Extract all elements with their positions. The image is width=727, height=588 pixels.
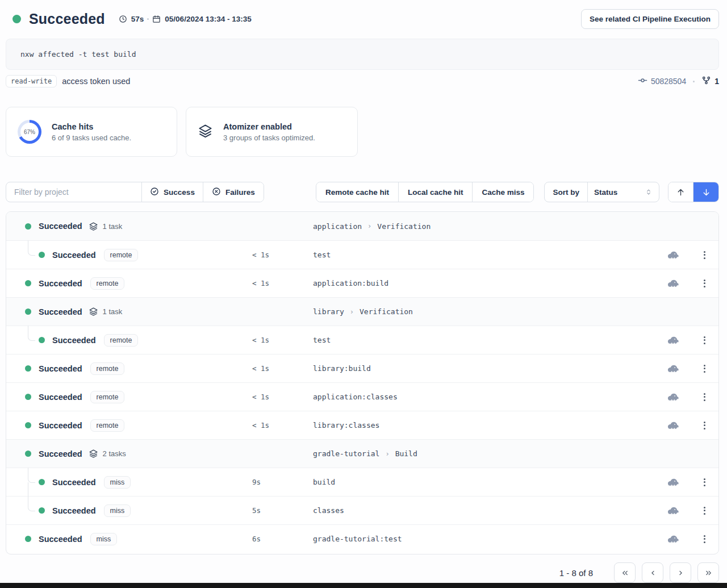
gradle-elephant-icon[interactable] — [667, 506, 679, 515]
date-range-text: 05/06/2024 13:34 - 13:35 — [165, 15, 251, 23]
x-circle-icon — [212, 187, 221, 198]
tree-line — [28, 482, 28, 497]
success-filter-label: Success — [164, 188, 195, 197]
arrow-up-icon — [676, 187, 686, 197]
previous-page-button[interactable] — [642, 562, 663, 583]
table-row[interactable]: Succeeded remote < 1s application:build — [6, 269, 718, 297]
table-row[interactable]: Succeeded miss 9s build — [6, 468, 718, 496]
table-row[interactable]: Succeeded miss 6s gradle-tutorial:test — [6, 524, 718, 553]
task-list: Succeeded 1 task application › Verificat… — [6, 211, 719, 554]
row-actions — [667, 326, 712, 354]
table-row[interactable]: Succeeded remote < 1s test — [6, 326, 718, 354]
command-text: nxw affected -t test build — [20, 50, 136, 59]
row-status-label: Succeeded — [52, 478, 96, 487]
kebab-menu-icon[interactable] — [701, 532, 708, 546]
kebab-menu-icon[interactable] — [701, 504, 708, 518]
remote-cache-hit-button[interactable]: Remote cache hit — [316, 182, 398, 202]
cache-hits-card[interactable]: 67% Cache hits 6 of 9 tasks used cache. — [6, 107, 177, 157]
failures-filter-button[interactable]: Failures — [203, 182, 264, 202]
task-name: application:build — [313, 279, 388, 287]
atomizer-card-subtitle: 3 groups of tasks optimized. — [223, 134, 315, 142]
sort-descending-button[interactable] — [693, 182, 718, 202]
chevron-right-icon: › — [350, 308, 354, 316]
local-cache-hit-button[interactable]: Local cache hit — [398, 182, 473, 202]
kebab-menu-icon[interactable] — [701, 248, 708, 262]
table-row[interactable]: Succeeded remote < 1s library:build — [6, 354, 718, 382]
check-circle-icon — [150, 187, 159, 198]
table-row[interactable]: Succeeded 2 tasks gradle-tutorial › Buil… — [6, 439, 718, 468]
success-filter-button[interactable]: Success — [141, 182, 203, 202]
status-dot — [25, 451, 31, 457]
next-page-button[interactable] — [670, 562, 691, 583]
tree-connector — [28, 326, 35, 341]
first-page-button[interactable] — [614, 562, 636, 583]
row-status-label: Succeeded — [39, 364, 82, 373]
vcs-meta: 50828504 1 — [638, 76, 719, 87]
status-dot — [25, 394, 31, 400]
table-row[interactable]: Succeeded miss 5s classes — [6, 496, 718, 524]
cache-percent: 67% — [20, 123, 39, 141]
task-duration: < 1s — [252, 393, 269, 401]
gradle-elephant-icon[interactable] — [667, 393, 679, 402]
gradle-elephant-icon[interactable] — [667, 421, 679, 430]
commit-sha[interactable]: 50828504 — [651, 77, 686, 86]
table-row[interactable]: Succeeded remote < 1s library:classes — [6, 411, 718, 439]
cache-miss-button[interactable]: Cache miss — [472, 182, 533, 202]
tree-connector — [28, 496, 35, 511]
filter-bar: Success Failures Remote cache hit Local … — [6, 182, 719, 202]
atomizer-card[interactable]: Atomizer enabled 3 groups of tasks optim… — [186, 107, 358, 157]
kebab-menu-icon[interactable] — [701, 333, 708, 347]
row-actions — [667, 525, 712, 553]
task-name: build — [313, 478, 335, 486]
gradle-elephant-icon[interactable] — [667, 478, 679, 487]
kebab-menu-icon[interactable] — [701, 476, 708, 489]
table-row[interactable]: Succeeded 1 task library › Verification — [6, 297, 718, 326]
gradle-elephant-icon[interactable] — [667, 336, 679, 345]
gradle-elephant-icon[interactable] — [667, 251, 679, 260]
atomizer-card-title: Atomizer enabled — [223, 122, 315, 131]
project-name: library — [313, 307, 344, 316]
project-path: library › Verification — [313, 307, 413, 316]
gradle-elephant-icon[interactable] — [667, 364, 679, 373]
status-dot — [25, 422, 31, 428]
clock-icon — [119, 15, 127, 23]
sort-direction-group — [668, 182, 719, 202]
task-name: test — [313, 336, 331, 344]
date-meta: 05/06/2024 13:34 - 13:35 — [152, 15, 251, 23]
status-dot — [25, 536, 31, 542]
row-actions — [667, 355, 712, 382]
row-status-label: Succeeded — [39, 421, 82, 430]
last-page-button[interactable] — [697, 562, 719, 583]
table-row[interactable]: Succeeded 1 task application › Verificat… — [6, 212, 718, 240]
status-dot — [25, 308, 31, 315]
status-dot — [25, 365, 31, 372]
gradle-elephant-icon[interactable] — [667, 535, 679, 544]
commit-icon — [638, 76, 647, 87]
row-actions — [667, 411, 712, 439]
task-name: gradle-tutorial:test — [313, 535, 402, 543]
task-name: library:build — [313, 364, 371, 373]
token-scope-badge: read-write — [6, 75, 57, 87]
status-dot — [39, 252, 45, 258]
kebab-menu-icon[interactable] — [701, 362, 708, 376]
table-row[interactable]: Succeeded remote < 1s application:classe… — [6, 382, 718, 411]
gradle-elephant-icon[interactable] — [667, 279, 679, 288]
duration-text: 57s — [131, 15, 144, 23]
kebab-menu-icon[interactable] — [701, 419, 708, 432]
task-count-label: 2 tasks — [103, 449, 126, 458]
table-row[interactable]: Succeeded remote < 1s test — [6, 240, 718, 269]
kebab-menu-icon[interactable] — [701, 390, 708, 404]
cache-status-badge: remote — [104, 334, 139, 347]
command-box: nxw affected -t test build — [6, 39, 719, 70]
sort-select[interactable]: Status — [587, 182, 659, 202]
row-status-label: Succeeded — [39, 307, 82, 316]
task-duration: < 1s — [252, 279, 269, 287]
sort-ascending-button[interactable] — [668, 182, 693, 202]
pagination-label: 1 - 8 of 8 — [559, 568, 593, 578]
related-ci-pipeline-button[interactable]: See related CI Pipeline Execution — [581, 9, 719, 29]
filter-project-input[interactable] — [6, 182, 141, 202]
layers-icon — [198, 123, 213, 141]
cache-status-badge: remote — [104, 249, 139, 261]
cache-progress-ring: 67% — [18, 120, 41, 144]
kebab-menu-icon[interactable] — [701, 277, 708, 290]
